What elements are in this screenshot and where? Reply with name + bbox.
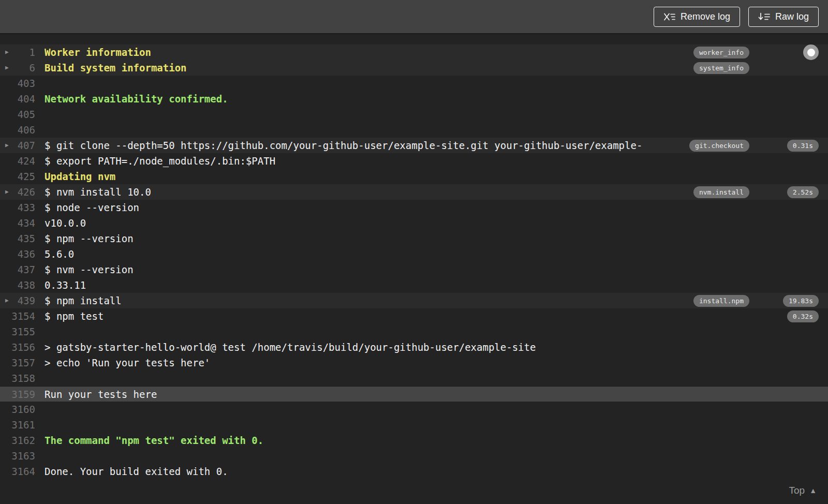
remove-log-button[interactable]: Remove log: [654, 7, 740, 27]
log-line: ▶ 3157 > echo 'Run your tests here': [0, 355, 828, 370]
log-line: ▶ 403: [0, 76, 828, 91]
log-line: ▶ 426 $ nvm install 10.0 nvm.install 2.5…: [0, 184, 828, 200]
line-number[interactable]: 406: [11, 122, 35, 138]
fold-tag-badge: install.npm: [693, 295, 749, 307]
caret-up-icon: ▲: [809, 486, 817, 495]
log-line: ▶ 435 $ npm --version: [0, 231, 828, 246]
line-number[interactable]: 433: [11, 200, 35, 215]
fold-toggle-icon[interactable]: ▶: [0, 138, 11, 153]
log-line: ▶ 424 $ export PATH=./node_modules/.bin:…: [0, 153, 828, 169]
line-number[interactable]: 3164: [11, 464, 35, 479]
scroll-knob[interactable]: [803, 45, 819, 60]
log-line: ▶ 407 $ git clone --depth=50 https://git…: [0, 138, 828, 153]
line-text: Worker information: [45, 45, 693, 60]
log-line: ▶ 438 0.33.11: [0, 277, 828, 293]
line-text: Done. Your build exited with 0.: [45, 464, 749, 479]
fold-toggle-icon[interactable]: ▶: [0, 184, 11, 200]
line-number[interactable]: 424: [11, 153, 35, 169]
line-number[interactable]: 3160: [11, 402, 35, 417]
log-line: ▶ 434 v10.0.0: [0, 215, 828, 231]
log-line: ▶ 433 $ node --version: [0, 200, 828, 215]
duration-badge: 2.52s: [787, 186, 819, 198]
line-number[interactable]: 3163: [11, 448, 35, 464]
fold-toggle-icon[interactable]: ▶: [0, 45, 11, 60]
line-number[interactable]: 3156: [11, 339, 35, 355]
line-number[interactable]: 3154: [11, 308, 35, 324]
raw-log-icon: [758, 12, 770, 21]
line-number[interactable]: 3161: [11, 417, 35, 433]
fold-tag-badge: worker_info: [693, 47, 749, 58]
line-number[interactable]: 404: [11, 91, 35, 107]
line-text: > echo 'Run your tests here': [45, 355, 749, 370]
line-number[interactable]: 435: [11, 231, 35, 246]
duration-badge: 0.32s: [787, 310, 819, 322]
line-number[interactable]: 3162: [11, 433, 35, 448]
log-line: ▶ 405: [0, 107, 828, 122]
log-line: ▶ 3155: [0, 324, 828, 339]
line-number[interactable]: 434: [11, 215, 35, 231]
log-toolbar: Remove log Raw log: [0, 0, 828, 34]
line-text: $ npm test: [45, 308, 749, 324]
remove-log-icon: [663, 12, 675, 21]
line-text: $ nvm --version: [45, 262, 749, 277]
log-line: ▶ 436 5.6.0: [0, 246, 828, 262]
line-text: $ npm install: [45, 293, 693, 308]
log-line: ▶ 6 Build system information system_info: [0, 60, 828, 76]
line-text: $ git clone --depth=50 https://github.co…: [45, 138, 689, 153]
line-text: 0.33.11: [45, 277, 749, 293]
log-body: ▶ 1 Worker information worker_info ▶ 6 B…: [0, 34, 828, 479]
line-text: $ node --version: [45, 200, 749, 215]
raw-log-label: Raw log: [775, 11, 809, 22]
fold-toggle-icon[interactable]: ▶: [0, 293, 11, 308]
log-line: ▶ 3156 > gatsby-starter-hello-world@ tes…: [0, 339, 828, 355]
fold-tag-badge: git.checkout: [689, 140, 749, 152]
line-number[interactable]: 3155: [11, 324, 35, 339]
line-number[interactable]: 405: [11, 107, 35, 122]
line-text: $ export PATH=./node_modules/.bin:$PATH: [45, 153, 749, 169]
line-number[interactable]: 1: [11, 45, 35, 60]
line-number[interactable]: 3158: [11, 370, 35, 386]
log-line: ▶ 425 Updating nvm: [0, 169, 828, 184]
line-number[interactable]: 439: [11, 293, 35, 308]
line-text: $ nvm install 10.0: [45, 184, 693, 200]
remove-log-label: Remove log: [681, 11, 730, 22]
log-line: ▶ 404 Network availability confirmed.: [0, 91, 828, 107]
line-number[interactable]: 3159: [11, 387, 35, 402]
log-line: ▶ 406: [0, 122, 828, 138]
log-line: ▶ 3159 Run your tests here: [0, 386, 828, 402]
line-text: 5.6.0: [45, 246, 749, 262]
line-text: $ npm --version: [45, 231, 749, 246]
line-text: Build system information: [45, 60, 693, 76]
raw-log-button[interactable]: Raw log: [748, 7, 819, 27]
line-text: The command "npm test" exited with 0.: [45, 433, 749, 448]
line-text: Updating nvm: [45, 169, 749, 184]
line-text: Network availability confirmed.: [45, 91, 749, 107]
line-text: > gatsby-starter-hello-world@ test /home…: [45, 339, 749, 355]
line-number[interactable]: 403: [11, 76, 35, 91]
duration-badge: 19.83s: [783, 295, 819, 307]
line-number[interactable]: 436: [11, 246, 35, 262]
log-line: ▶ 1 Worker information worker_info: [0, 45, 828, 60]
line-text: Run your tests here: [45, 387, 749, 402]
line-number[interactable]: 6: [11, 60, 35, 76]
line-number[interactable]: 438: [11, 277, 35, 293]
line-number[interactable]: 426: [11, 184, 35, 200]
log-footer: Top ▲: [0, 479, 828, 502]
line-number[interactable]: 437: [11, 262, 35, 277]
log-line: ▶ 437 $ nvm --version: [0, 262, 828, 277]
top-label: Top: [789, 485, 805, 496]
scroll-to-top-link[interactable]: Top ▲: [789, 485, 817, 496]
line-number[interactable]: 3157: [11, 355, 35, 370]
fold-tag-badge: nvm.install: [693, 186, 749, 198]
fold-toggle-icon[interactable]: ▶: [0, 60, 11, 76]
log-line: ▶ 3164 Done. Your build exited with 0.: [0, 464, 828, 479]
line-number[interactable]: 425: [11, 169, 35, 184]
line-number[interactable]: 407: [11, 138, 35, 153]
line-text: v10.0.0: [45, 215, 749, 231]
log-line: ▶ 3163: [0, 448, 828, 464]
log-line: ▶ 439 $ npm install install.npm 19.83s: [0, 293, 828, 308]
log-line: ▶ 3158: [0, 370, 828, 386]
log-line: ▶ 3162 The command "npm test" exited wit…: [0, 433, 828, 448]
log-line: ▶ 3154 $ npm test 0.32s: [0, 308, 828, 324]
log-line: ▶ 3161: [0, 417, 828, 433]
